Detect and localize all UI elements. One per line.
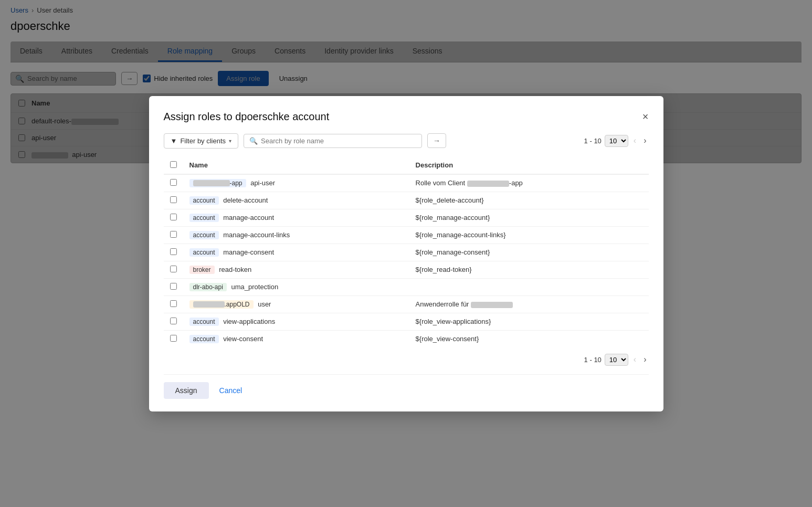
table-row: account delete-account ${role_delete-acc… xyxy=(164,192,649,209)
redacted-desc-8 xyxy=(471,302,513,308)
role-name-3: manage-account xyxy=(223,214,274,221)
role-name-5: manage-consent xyxy=(223,248,274,256)
role-name-4: manage-account-links xyxy=(223,231,290,239)
modal-footer-actions: Assign Cancel xyxy=(164,382,247,399)
row-checkbox-modal-8[interactable] xyxy=(170,300,177,307)
row-name-6: broker read-token xyxy=(183,261,409,278)
pagination-per-page-bottom[interactable]: 10 20 50 xyxy=(605,354,628,366)
row-check-2[interactable] xyxy=(164,192,183,209)
row-checkbox-modal-1[interactable] xyxy=(170,179,177,186)
row-checkbox-modal-5[interactable] xyxy=(170,248,177,255)
row-desc-10: ${role_view-consent} xyxy=(409,330,649,347)
role-name-7: uma_protection xyxy=(231,283,279,291)
row-checkbox-modal-6[interactable] xyxy=(170,266,177,272)
prev-page-button-bottom[interactable]: ‹ xyxy=(631,354,638,365)
filter-label: Filter by clients xyxy=(180,137,226,145)
table-row: broker read-token ${role_read-token} xyxy=(164,261,649,278)
tag-appold-8: .appOLD xyxy=(189,300,254,309)
modal-title: Assign roles to dpoerschke account xyxy=(164,111,330,123)
top-pagination: 1 - 10 10 20 50 ‹ › xyxy=(584,135,649,147)
row-desc-9: ${role_view-applications} xyxy=(409,313,649,330)
table-row: account manage-account ${role_manage-acc… xyxy=(164,209,649,226)
role-name-1: api-user xyxy=(250,179,275,187)
row-desc-4: ${role_manage-account-links} xyxy=(409,226,649,244)
row-check-10[interactable] xyxy=(164,330,183,347)
row-name-1: -app api-user xyxy=(183,174,409,192)
row-name-10: account view-consent xyxy=(183,330,409,347)
table-row: account view-consent ${role_view-consent… xyxy=(164,330,649,347)
prev-page-button-top[interactable]: ‹ xyxy=(631,135,638,146)
close-button[interactable]: × xyxy=(642,111,649,122)
modal-toolbar: ▼ Filter by clients ▾ 🔍 → 1 - 10 10 20 5… xyxy=(164,133,649,149)
row-desc-2: ${role_delete-account} xyxy=(409,192,649,209)
next-page-button-top[interactable]: › xyxy=(641,135,648,146)
next-page-button-bottom[interactable]: › xyxy=(641,354,648,365)
row-check-3[interactable] xyxy=(164,209,183,226)
row-check-5[interactable] xyxy=(164,244,183,261)
row-checkbox-modal-2[interactable] xyxy=(170,196,177,203)
redacted-desc-1 xyxy=(467,181,509,187)
search-role-box[interactable]: 🔍 xyxy=(244,134,422,148)
role-name-2: delete-account xyxy=(223,196,268,204)
select-all-modal-checkbox[interactable] xyxy=(170,161,177,168)
search-role-go-button[interactable]: → xyxy=(427,133,446,148)
row-desc-1: Rolle vom Client -app xyxy=(409,174,649,192)
roles-assign-table: Name Description -app api-user Rolle vom… xyxy=(164,157,649,347)
role-name-9: view-applications xyxy=(223,318,275,325)
tag-dlr-7: dlr-abo-api xyxy=(189,283,227,291)
pagination-range-top: 1 - 10 xyxy=(584,137,602,145)
row-desc-3: ${role_manage-account} xyxy=(409,209,649,226)
redacted-tag-8 xyxy=(193,301,225,308)
row-check-7[interactable] xyxy=(164,278,183,295)
row-checkbox-modal-3[interactable] xyxy=(170,214,177,220)
table-row: dlr-abo-api uma_protection xyxy=(164,278,649,295)
modal-overlay: Assign roles to dpoerschke account × ▼ F… xyxy=(0,0,812,507)
row-checkbox-modal-9[interactable] xyxy=(170,318,177,324)
row-checkbox-modal-7[interactable] xyxy=(170,283,177,290)
row-desc-6: ${role_read-token} xyxy=(409,261,649,278)
row-name-8: .appOLD user xyxy=(183,295,409,313)
tag-account-2: account xyxy=(189,196,219,205)
row-check-9[interactable] xyxy=(164,313,183,330)
row-check-6[interactable] xyxy=(164,261,183,278)
redacted-tag-1 xyxy=(193,180,230,186)
role-name-8: user xyxy=(258,300,271,308)
role-name-6: read-token xyxy=(219,266,251,273)
tag-account-9: account xyxy=(189,318,219,326)
filter-by-clients-button[interactable]: ▼ Filter by clients ▾ xyxy=(164,133,239,149)
assign-button[interactable]: Assign xyxy=(164,382,209,399)
tag-account-4: account xyxy=(189,231,219,239)
select-all-col xyxy=(164,157,183,174)
row-name-4: account manage-account-links xyxy=(183,226,409,244)
row-checkbox-modal-10[interactable] xyxy=(170,335,177,342)
table-row: account manage-account-links ${role_mana… xyxy=(164,226,649,244)
row-name-2: account delete-account xyxy=(183,192,409,209)
tag-broker-6: broker xyxy=(189,266,215,274)
table-row: account view-applications ${role_view-ap… xyxy=(164,313,649,330)
filter-icon: ▼ xyxy=(171,137,177,145)
row-checkbox-modal-4[interactable] xyxy=(170,231,177,238)
role-name-10: view-consent xyxy=(223,335,263,343)
bottom-pagination: 1 - 10 10 20 50 ‹ › xyxy=(584,354,649,366)
row-name-3: account manage-account xyxy=(183,209,409,226)
tag-app-1: -app xyxy=(189,179,246,187)
table-row: -app api-user Rolle vom Client -app xyxy=(164,174,649,192)
col-name-header: Name xyxy=(183,157,409,174)
row-name-7: dlr-abo-api uma_protection xyxy=(183,278,409,295)
search-role-input[interactable] xyxy=(261,137,416,145)
row-name-5: account manage-consent xyxy=(183,244,409,261)
pagination-per-page-top[interactable]: 10 20 50 xyxy=(605,135,628,147)
row-check-1[interactable] xyxy=(164,174,183,192)
table-row: .appOLD user Anwenderrolle für xyxy=(164,295,649,313)
row-desc-5: ${role_manage-consent} xyxy=(409,244,649,261)
cancel-button[interactable]: Cancel xyxy=(215,382,247,399)
row-check-4[interactable] xyxy=(164,226,183,244)
assign-roles-modal: Assign roles to dpoerschke account × ▼ F… xyxy=(149,96,663,411)
chevron-down-icon: ▾ xyxy=(229,138,231,144)
row-desc-8: Anwenderrolle für xyxy=(409,295,649,313)
table-row: account manage-consent ${role_manage-con… xyxy=(164,244,649,261)
row-desc-7 xyxy=(409,278,649,295)
row-check-8[interactable] xyxy=(164,295,183,313)
modal-footer: Assign Cancel xyxy=(164,374,649,399)
pagination-range-bottom: 1 - 10 xyxy=(584,356,602,364)
